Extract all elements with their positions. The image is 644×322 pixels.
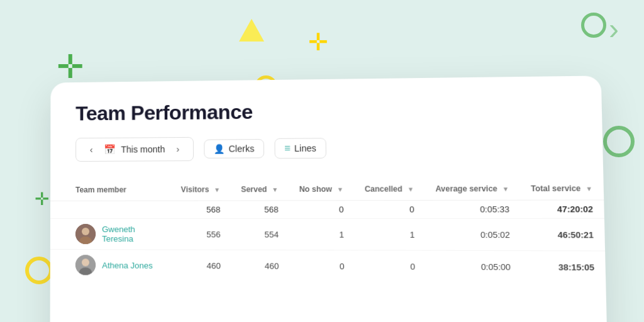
- visitors-sort-icon: ▼: [214, 186, 220, 193]
- member-cell-2: Athena Jones: [50, 250, 171, 281]
- col-header-team-member: Team member: [50, 179, 170, 201]
- summary-member: [50, 201, 170, 218]
- col-header-avg-service[interactable]: Average service ▼: [425, 177, 520, 200]
- avatar-img-2: [75, 255, 96, 275]
- card-header: Team Performance ‹ 📅 This month › 👤 Cler…: [50, 97, 603, 180]
- controls-row: ‹ 📅 This month › 👤 Clerks ≡ Lines: [75, 134, 575, 162]
- row2-no-show: 0: [289, 250, 355, 282]
- total-service-sort-icon: ▼: [586, 185, 592, 192]
- deco-circle-3: [25, 257, 53, 284]
- prev-month-button[interactable]: ‹: [84, 142, 99, 157]
- row2-visitors: 460: [171, 250, 231, 281]
- performance-table-container: Team member Visitors ▼ Served ▼ No show …: [50, 177, 606, 283]
- member-name-1: Gweneth Teresina: [102, 225, 160, 243]
- summary-total-service: 47:20:02: [520, 200, 604, 218]
- clerks-label: Clerks: [228, 143, 254, 153]
- lines-filter-button[interactable]: ≡ Lines: [274, 138, 326, 158]
- main-card: Team Performance ‹ 📅 This month › 👤 Cler…: [50, 75, 608, 322]
- served-sort-icon: ▼: [272, 186, 278, 193]
- current-month-label: This month: [121, 144, 165, 154]
- avatar-1: [75, 224, 96, 244]
- deco-triangle-1: [239, 19, 264, 42]
- row1-served: 554: [231, 218, 289, 250]
- clerks-filter-button[interactable]: 👤 Clerks: [204, 139, 264, 158]
- deco-chevron: ›: [609, 11, 619, 46]
- col-header-no-show[interactable]: No show ▼: [289, 178, 354, 201]
- row2-avg-service: 0:05:00: [426, 250, 522, 282]
- summary-served: 568: [231, 201, 289, 219]
- avatar-2: [75, 255, 96, 275]
- calendar-icon: 📅: [104, 144, 116, 155]
- summary-visitors: 568: [170, 201, 231, 218]
- col-header-visitors[interactable]: Visitors ▼: [170, 179, 230, 201]
- summary-row: 568 568 0 0 0:05:33 47:20:02: [50, 200, 604, 219]
- summary-avg-service: 0:05:33: [425, 200, 521, 218]
- row1-total-service: 46:50:21: [521, 218, 605, 251]
- row2-cancelled: 0: [355, 250, 426, 282]
- cancelled-sort-icon: ▼: [408, 186, 414, 192]
- clerks-icon: 👤: [214, 144, 225, 154]
- deco-cross-3: ✛: [35, 189, 49, 209]
- row2-total-service: 38:15:05: [521, 251, 606, 284]
- col-header-served[interactable]: Served ▼: [231, 179, 289, 201]
- no-show-sort-icon: ▼: [337, 186, 344, 193]
- col-header-cancelled[interactable]: Cancelled ▼: [354, 178, 425, 201]
- avg-service-sort-icon: ▼: [502, 186, 509, 192]
- member-name-2: Athena Jones: [102, 260, 153, 270]
- deco-cross-2: ✛: [308, 28, 328, 56]
- deco-circle-2: [603, 126, 635, 157]
- lines-icon: ≡: [284, 143, 291, 154]
- deco-circle-1: [581, 13, 606, 38]
- table-row: Gweneth Teresina 556 554 1 1 0:05:02 46:…: [50, 218, 605, 251]
- date-nav: ‹ 📅 This month ›: [75, 137, 194, 162]
- next-month-button[interactable]: ›: [170, 142, 186, 157]
- summary-no-show: 0: [289, 201, 354, 219]
- row1-avg-service: 0:05:02: [425, 218, 521, 250]
- summary-cancelled: 0: [354, 200, 425, 218]
- member-cell-1: Gweneth Teresina: [50, 218, 171, 250]
- svg-point-4: [82, 258, 89, 266]
- col-header-total-service[interactable]: Total service ▼: [519, 177, 604, 200]
- lines-label: Lines: [294, 143, 316, 153]
- row2-served: 460: [231, 250, 289, 281]
- deco-cross-1: ✛: [57, 50, 84, 83]
- performance-table: Team member Visitors ▼ Served ▼ No show …: [50, 177, 606, 283]
- page-title: Team Performance: [75, 97, 574, 125]
- row1-cancelled: 1: [355, 218, 426, 250]
- table-row: Athena Jones 460 460 0 0 0:05:00 38:15:0…: [50, 250, 606, 284]
- row1-no-show: 1: [289, 218, 355, 250]
- svg-point-1: [82, 228, 89, 235]
- date-label: 📅 This month: [104, 143, 165, 155]
- row1-visitors: 556: [170, 218, 231, 250]
- avatar-img-1: [75, 224, 96, 244]
